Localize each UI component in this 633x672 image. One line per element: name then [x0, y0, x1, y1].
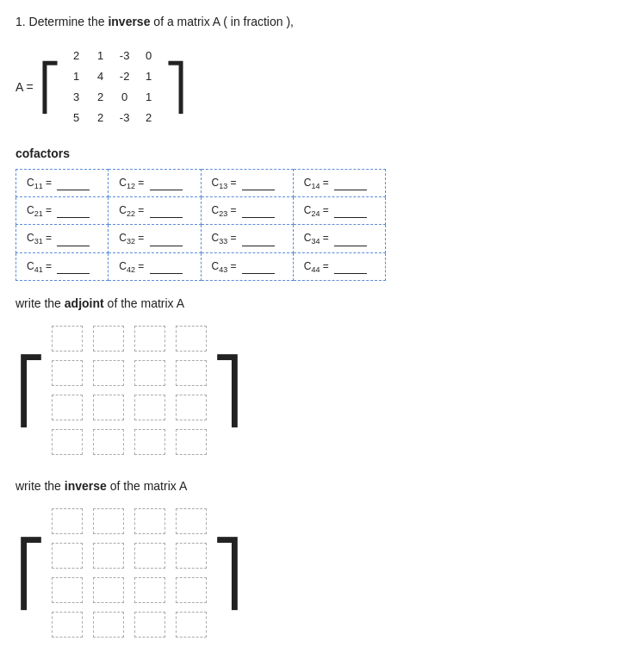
matrix-cell-0-1: 1 — [92, 49, 109, 62]
cofactor-cell-2-2: C33 = — [201, 225, 293, 252]
inverse-matrix-wrap: ⎡ ⎤ — [16, 501, 617, 644]
cofactor-cell-3-3: C44 = — [293, 252, 385, 280]
matrix-cell-1-2: -2 — [116, 70, 133, 83]
inverse-grid-cell-2-3[interactable] — [176, 577, 207, 603]
title-bold: inverse — [108, 15, 150, 28]
matrix-cell-0-3: 0 — [140, 49, 158, 62]
adjoint-grid-cell-3-0[interactable] — [52, 429, 83, 455]
matrix-cell-1-1: 4 — [92, 70, 109, 83]
matrix-cell-3-0: 5 — [68, 111, 85, 124]
cofactors-header: cofactors — [16, 146, 617, 160]
adjoint-right-bracket: ⎤ — [212, 359, 243, 421]
inverse-grid-cell-3-1[interactable] — [93, 612, 124, 638]
matrix-cell-2-2: 0 — [116, 90, 133, 103]
matrix-cell-2-3: 1 — [140, 90, 158, 103]
adjoint-grid-cell-2-3[interactable] — [176, 395, 207, 420]
cofactor-row: C31 = C32 = C33 = C34 = — [16, 225, 386, 252]
inverse-grid-cell-0-2[interactable] — [134, 508, 165, 534]
title-text1: Determine the — [29, 15, 109, 28]
cofactor-cell-0-1: C12 = — [109, 169, 201, 196]
adjoint-header: write the adjoint of the matrix A — [16, 296, 617, 310]
adjoint-grid-cell-1-0[interactable] — [52, 360, 83, 386]
adjoint-grid-cell-1-2[interactable] — [134, 360, 165, 386]
adjoint-matrix-wrap: ⎡ ⎤ — [16, 319, 617, 462]
adjoint-grid-cell-3-1[interactable] — [93, 429, 124, 455]
cofactor-cell-2-0: C31 = — [16, 225, 109, 252]
matrix-grid: 21-3014-21320152-32 — [61, 43, 164, 131]
cofactor-cell-2-3: C34 = — [293, 225, 385, 252]
adjoint-grid-cell-3-2[interactable] — [134, 429, 165, 455]
cofactor-row: C11 = C12 = C13 = C14 = — [16, 169, 386, 196]
matrix-bracket-wrap: ⎡ 21-3014-21320152-32 ⎤ — [39, 43, 187, 131]
inverse-grid-cell-0-3[interactable] — [176, 508, 207, 534]
cofactor-row: C21 = C22 = C23 = C24 = — [16, 196, 386, 224]
matrix-cell-3-2: -3 — [116, 111, 133, 124]
cofactor-cell-2-1: C32 = — [109, 225, 201, 252]
right-bracket: ⎤ — [164, 43, 187, 131]
matrix-cell-3-1: 2 — [92, 111, 109, 124]
inverse-grid-cell-0-0[interactable] — [52, 508, 83, 534]
matrix-cell-0-2: -3 — [116, 49, 133, 62]
title-number: 1. — [16, 15, 26, 28]
adjoint-grid-cell-0-2[interactable] — [134, 326, 165, 352]
title-text2: of a matrix A ( in fraction ), — [150, 15, 294, 28]
cofactor-cell-1-0: C21 = — [16, 196, 109, 224]
cofactor-cell-3-2: C43 = — [201, 252, 293, 280]
page-title: 1. Determine the inverse of a matrix A (… — [16, 14, 617, 31]
matrix-a-container: A = ⎡ 21-3014-21320152-32 ⎤ — [16, 43, 617, 131]
cofactor-cell-3-1: C42 = — [109, 252, 201, 280]
matrix-cell-1-0: 1 — [68, 70, 85, 83]
inverse-grid-cell-3-0[interactable] — [52, 612, 83, 638]
cofactor-cell-1-2: C23 = — [201, 196, 293, 224]
inverse-left-bracket: ⎡ — [16, 542, 47, 604]
adjoint-grid-cell-3-3[interactable] — [176, 429, 207, 455]
adjoint-grid-cell-0-1[interactable] — [93, 326, 124, 352]
inverse-grid-cell-1-2[interactable] — [134, 543, 165, 569]
inverse-grid-cell-2-2[interactable] — [134, 577, 165, 603]
cofactors-table: C11 = C12 = C13 = C14 = C21 = C22 = C23 … — [16, 169, 386, 282]
inverse-right-bracket: ⎤ — [212, 542, 243, 604]
inverse-header: write the inverse of the matrix A — [16, 479, 617, 493]
cofactor-cell-0-2: C13 = — [201, 169, 293, 196]
cofactor-cell-3-0: C41 = — [16, 252, 109, 280]
adjoint-left-bracket: ⎡ — [16, 359, 47, 421]
inverse-grid-cell-0-1[interactable] — [93, 508, 124, 534]
inverse-section: write the inverse of the matrix A ⎡ ⎤ — [16, 479, 617, 644]
adjoint-grid-cell-1-1[interactable] — [93, 360, 124, 386]
adjoint-grid-cell-1-3[interactable] — [176, 360, 207, 386]
cofactor-cell-0-0: C11 = — [16, 169, 109, 196]
adjoint-grid-cell-2-1[interactable] — [93, 395, 124, 420]
adjoint-grid-cell-0-0[interactable] — [52, 326, 83, 352]
cofactor-row: C41 = C42 = C43 = C44 = — [16, 252, 386, 280]
left-bracket: ⎡ — [39, 43, 61, 131]
inverse-grid-cell-2-0[interactable] — [52, 577, 83, 603]
cofactor-cell-1-1: C22 = — [109, 196, 201, 224]
matrix-cell-3-3: 2 — [140, 111, 158, 124]
adjoint-grid-cell-0-3[interactable] — [176, 326, 207, 352]
matrix-cell-0-0: 2 — [68, 49, 85, 62]
matrix-cell-1-3: 1 — [140, 70, 158, 83]
matrix-cell-2-1: 2 — [92, 90, 109, 103]
cofactor-cell-1-3: C24 = — [293, 196, 385, 224]
matrix-cell-2-0: 3 — [68, 90, 85, 103]
adjoint-grid — [47, 319, 212, 462]
inverse-grid-cell-3-3[interactable] — [176, 612, 207, 638]
inverse-grid-cell-1-0[interactable] — [52, 543, 83, 569]
inverse-grid-cell-2-1[interactable] — [93, 577, 124, 603]
adjoint-section: write the adjoint of the matrix A ⎡ ⎤ — [16, 296, 617, 462]
inverse-grid-cell-1-3[interactable] — [176, 543, 207, 569]
inverse-grid-cell-3-2[interactable] — [134, 612, 165, 638]
adjoint-grid-cell-2-2[interactable] — [134, 395, 165, 420]
inverse-grid-cell-1-1[interactable] — [93, 543, 124, 569]
matrix-label: A = — [16, 80, 34, 94]
cofactor-cell-0-3: C14 = — [293, 169, 385, 196]
inverse-grid — [47, 501, 212, 644]
adjoint-grid-cell-2-0[interactable] — [52, 395, 83, 420]
